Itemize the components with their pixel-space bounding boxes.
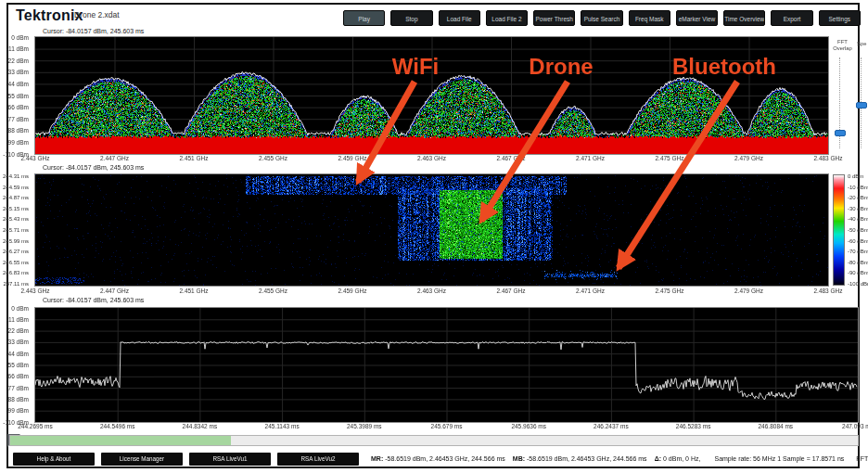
spectrum-y-tick-label: 0 dBm (0, 34, 32, 41)
spectrum-y-tick-label: -22 dBm (0, 58, 32, 64)
spectrogram-time-tick-label: 246.27 ms (0, 249, 32, 254)
colorbar-tick-label: -60 dBm (848, 238, 868, 244)
spectrum-freq-tick-label: 2.447 GHz (100, 155, 129, 161)
power-y-tick-label: -44 dBm (0, 351, 32, 357)
toolbar: PlayStopLoad FileLoad File 2Power Thresh… (343, 10, 861, 26)
toolbar-button-settings[interactable]: Settings (819, 10, 861, 26)
fft-overlap-slider-label: FFT Overlap (830, 39, 855, 52)
spectrum-y-tick-label: -55 dBm (0, 93, 32, 99)
spectrogram-freq-tick-label: 2.467 GHz (496, 288, 525, 294)
marker-readouts: MR:-58.6519 dBm, 2.46453 GHz, 244.566 ms… (365, 455, 702, 462)
spectrogram-time-axis: 244.31 ms244.59 ms244.87 ms245.15 ms245.… (0, 174, 32, 286)
cursor-readout-spectrogram: Cursor: -84.0157 dBm, 245.603 ms (43, 164, 144, 171)
spectrum-freq-tick-label: 2.455 GHz (259, 155, 287, 161)
power-time-tick-label: 245.9636 ms (511, 423, 546, 429)
status-bar: Help & AboutLicense ManagerRSA LiveVu1RS… (13, 451, 861, 467)
power-time-tick-label: 246.2437 ms (594, 423, 629, 429)
spectrum-freq-tick-label: 2.463 GHz (417, 155, 446, 161)
cursor-readout-power: Cursor: -84.0157 dBm, 245.603 ms (43, 297, 144, 303)
spectrum-freq-tick-label: 2.471 GHz (576, 155, 605, 161)
spectrogram-time-tick-label: 245.71 ms (0, 227, 32, 233)
colorbar-tick-label: -80 dBm (848, 260, 868, 265)
power-time-tick-label: 245.1143 ms (265, 423, 300, 429)
toolbar-button-load-file[interactable]: Load File (439, 10, 480, 26)
spectrogram-time-tick-label: 244.31 ms (0, 173, 32, 179)
power-time-axis: 244.2695 ms244.5496 ms244.8342 ms245.114… (35, 423, 858, 432)
toolbar-button-power-thresh[interactable]: Power Thresh (533, 10, 575, 26)
spectrum-freq-tick-label: 2.443 GHz (20, 155, 49, 161)
power-y-tick-label: -77 dBm (0, 385, 32, 391)
power-time-tick-label: 246.5283 ms (676, 423, 711, 429)
colorbar-tick-label: 0 dBm (848, 173, 863, 179)
spectrum-y-tick-label: -11 dBm (0, 45, 32, 52)
spectrum-y-tick-label: -77 dBm (0, 116, 32, 122)
toolbar-button-export[interactable]: Export (771, 10, 812, 26)
spectrogram-time-tick-label: 245.99 ms (0, 238, 32, 244)
time-pan-fill[interactable] (10, 436, 231, 445)
power-y-tick-label: -88 dBm (0, 396, 32, 403)
marker-label: Δ: (655, 455, 661, 462)
spectrum-y-tick-label: -99 dBm (0, 139, 32, 146)
statusbar-button-license-manager[interactable]: License Manager (101, 453, 183, 466)
power-vs-time-plot[interactable] (35, 308, 858, 422)
spectrogram-time-tick-label: 247.11 ms (0, 281, 32, 287)
spectrogram-freq-tick-label: 2.455 GHz (259, 288, 287, 294)
colorbar-tick-label: -20 dBm (848, 195, 868, 200)
fft-overlap-slider-track[interactable] (839, 58, 840, 148)
spectrum-y-tick-label: -66 dBm (0, 104, 32, 110)
toolbar-button-play[interactable]: Play (343, 10, 385, 26)
tektronix-logo: Tektronix (16, 7, 83, 24)
status-buttons: Help & AboutLicense ManagerRSA LiveVu1RS… (13, 453, 365, 466)
sample-rate-readout: Sample rate: 56 MHz 1 Sample = 17.8571 n… (714, 455, 844, 462)
statusbar-button-rsa-livevu1[interactable]: RSA LiveVu1 (189, 453, 271, 466)
spectrum-y-tick-label: -88 dBm (0, 127, 32, 134)
toolbar-button-freq-mask[interactable]: Freq Mask (629, 10, 670, 26)
power-y-tick-label: -22 dBm (0, 327, 32, 334)
toolbar-button-pulse-search[interactable]: Pulse Search (581, 10, 622, 26)
spectrogram-freq-tick-label: 2.447 GHz (100, 288, 129, 294)
speed-slider-label: Spe (857, 41, 866, 46)
spectrum-freq-tick-label: 2.479 GHz (734, 155, 763, 161)
colorbar-tick-label: -70 dBm (848, 249, 868, 254)
cursor-readout-spectrum: Cursor: -84.0157 dBm, 245.603 ms (43, 28, 144, 34)
marker-label: MB: (513, 455, 525, 462)
spectrum-x-axis: 2.443 GHz2.447 GHz2.451 GHz2.455 GHz2.45… (35, 155, 828, 164)
marker-label: MR: (371, 455, 383, 462)
time-pan-bar[interactable] (9, 435, 859, 446)
marker-value: -58.6519 dBm, 2.46453 GHz, 244.566 ms (385, 455, 505, 462)
file-title: Drone 2.xdat (74, 10, 120, 19)
statusbar-button-help-about[interactable]: Help & About (13, 453, 95, 466)
spectrum-y-axis: 0 dBm-11 dBm-22 dBm-33 dBm-44 dBm-55 dBm… (0, 37, 32, 154)
power-time-tick-label: 246.8084 ms (759, 423, 794, 429)
spectrum-plot[interactable] (35, 37, 828, 154)
toolbar-button-emarker-view[interactable]: eMarker View (676, 10, 718, 26)
fft-overlap-label: FFT Overlap: (856, 455, 868, 462)
spectrum-freq-tick-label: 2.467 GHz (496, 155, 525, 161)
spectrogram-time-tick-label: 246.55 ms (0, 260, 32, 265)
power-y-axis: 0 dBm-11 dBm-22 dBm-33 dBm-44 dBm-55 dBm… (0, 308, 32, 422)
speed-slider-track[interactable] (861, 58, 862, 148)
spectrogram-freq-tick-label: 2.443 GHz (20, 288, 49, 294)
power-y-tick-label: 0 dBm (0, 305, 32, 312)
spectrum-freq-tick-label: 2.459 GHz (338, 155, 366, 161)
spectrogram-time-tick-label: 244.87 ms (0, 195, 32, 200)
spectrum-freq-tick-label: 2.483 GHz (813, 155, 842, 161)
spectrum-freq-tick-label: 2.451 GHz (179, 155, 208, 161)
spectrogram-freq-tick-label: 2.451 GHz (179, 288, 208, 294)
marker-value: -58.6519 dBm, 2.46453 GHz, 244.566 ms (527, 455, 647, 462)
power-y-tick-label: -33 dBm (0, 339, 32, 345)
colorbar-axis: 0 dBm-10 dBm-20 dBm-30 dBm-40 dBm-50 dBm… (848, 174, 868, 286)
toolbar-button-time-overview[interactable]: Time Overview (723, 10, 765, 26)
toolbar-button-stop[interactable]: Stop (390, 10, 432, 26)
spectrogram-freq-tick-label: 2.471 GHz (576, 288, 605, 294)
colorbar-tick-label: -30 dBm (848, 206, 868, 211)
fft-overlap-slider-handle[interactable] (835, 130, 846, 136)
statusbar-button-rsa-livevu2[interactable]: RSA LiveVu2 (277, 453, 359, 466)
colorbar (833, 174, 845, 286)
spectrogram-plot[interactable] (35, 174, 828, 286)
power-time-tick-label: 247.093 ms (842, 423, 868, 429)
speed-slider-handle[interactable] (856, 102, 867, 109)
power-time-tick-label: 245.3989 ms (347, 423, 382, 429)
power-time-tick-label: 245.679 ms (431, 423, 463, 429)
toolbar-button-load-file-2[interactable]: Load File 2 (486, 10, 528, 26)
